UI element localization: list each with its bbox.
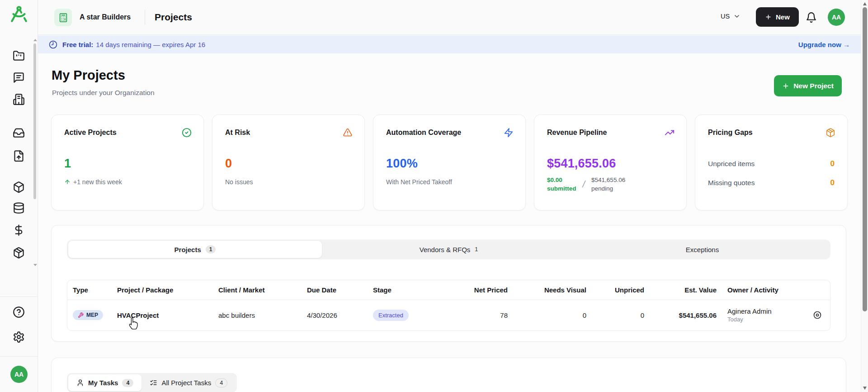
package-icon <box>826 128 835 138</box>
sidebar-item-company-icon[interactable] <box>13 93 25 105</box>
sidebar-item-pricing-icon[interactable] <box>13 224 25 236</box>
app-root: AA A star Builders Projects US New AA Fr… <box>0 0 868 392</box>
stat-subtext: +1 new this week <box>64 178 122 186</box>
projects-table: Type Project / Package Client / Market D… <box>67 280 830 331</box>
column-header: Owner / Activity <box>722 280 807 300</box>
scrollbar-thumb[interactable] <box>863 7 867 311</box>
sidebar-item-package-icon[interactable] <box>13 247 25 259</box>
tab-count-badge: 1 <box>475 246 478 253</box>
brand-logo-icon[interactable] <box>9 5 28 24</box>
scroll-down-icon[interactable] <box>863 387 867 390</box>
pricing-gap-row: Missing quotes 0 <box>708 178 835 187</box>
region-code: US <box>721 13 730 20</box>
pending-value: $541,655.06 <box>591 176 625 184</box>
sidebar-item-messages-icon[interactable] <box>13 72 25 84</box>
alert-triangle-icon <box>343 128 353 138</box>
projects-panel: Projects 1 Vendors & RFQs 1 Exceptions T… <box>51 225 846 342</box>
sidebar-item-help-icon[interactable] <box>13 306 25 318</box>
owner-activity: Today <box>727 316 802 324</box>
column-header: Project / Package <box>112 280 213 300</box>
column-header: Stage <box>368 280 452 300</box>
tab-my-tasks[interactable]: My Tasks 4 <box>68 374 142 391</box>
scroll-up-icon[interactable] <box>863 2 867 5</box>
column-header-actions <box>807 280 830 300</box>
tab-vendors-rfqs[interactable]: Vendors & RFQs 1 <box>322 241 576 258</box>
table-header-row: Type Project / Package Client / Market D… <box>67 280 830 300</box>
owner-name: Aginera Admin <box>727 307 802 316</box>
tab-count-badge: 4 <box>215 378 227 387</box>
stat-subtext-label: +1 new this week <box>73 178 122 186</box>
stage-cell: Extracted <box>368 300 452 330</box>
workspace-calculator-icon[interactable] <box>54 9 72 26</box>
upgrade-now-link[interactable]: Upgrade now → <box>798 41 850 48</box>
tab-label: Projects <box>175 246 201 253</box>
workspace-name[interactable]: A star Builders <box>80 13 131 21</box>
gap-label: Missing quotes <box>708 179 755 187</box>
column-header: Net Priced <box>452 280 513 300</box>
project-name-link[interactable]: HVACProject <box>112 300 213 330</box>
sidebar: AA <box>0 0 38 392</box>
owner-cell: Aginera Admin Today <box>722 300 807 330</box>
gap-value: 0 <box>830 159 835 168</box>
sidebar-divider <box>0 296 38 297</box>
stat-card-revenue-pipeline: Revenue Pipeline $541,655.06 $0.00 submi… <box>534 115 687 210</box>
client-cell: abc builders <box>213 300 302 330</box>
gap-value: 0 <box>830 178 835 187</box>
sidebar-item-takeoff-cube-icon[interactable] <box>13 181 25 193</box>
plus-icon <box>782 82 789 90</box>
region-selector[interactable]: US <box>721 13 741 20</box>
stage-badge: Extracted <box>373 310 409 321</box>
panel-tabbar: Projects 1 Vendors & RFQs 1 Exceptions <box>67 239 830 259</box>
page-scrollbar[interactable] <box>861 0 868 392</box>
submitted-value: $0.00 <box>547 176 576 184</box>
table-row[interactable]: MEP HVACProject abc builders 4/30/2026 E… <box>67 300 830 330</box>
sidebar-scrollbar-thumb[interactable] <box>33 43 36 199</box>
arrow-up-icon <box>64 179 71 185</box>
stat-value: 0 <box>225 157 232 171</box>
sidebar-item-settings-icon[interactable] <box>13 331 25 343</box>
stat-subtext: No issues <box>225 178 253 186</box>
new-project-button[interactable]: New Project <box>774 75 842 96</box>
type-badge: MEP <box>73 310 103 320</box>
tab-label: My Tasks <box>88 379 118 387</box>
pricing-gap-row: Unpriced items 0 <box>708 159 835 168</box>
column-header: Unpriced <box>592 280 650 300</box>
sidebar-item-file-upload-icon[interactable] <box>13 150 25 162</box>
column-header: Client / Market <box>213 280 302 300</box>
tab-exceptions[interactable]: Exceptions <box>576 241 829 258</box>
topbar: A star Builders Projects US New AA <box>38 0 861 35</box>
sidebar-scroll-up-icon[interactable] <box>33 39 37 41</box>
tasks-panel: My Tasks 4 All Project Tasks 4 <box>51 358 846 392</box>
trial-banner-message: 14 days remaining — expires Apr 16 <box>96 41 205 48</box>
sidebar-item-database-icon[interactable] <box>13 202 25 214</box>
check-circle-icon <box>182 128 192 138</box>
revenue-separator: / <box>583 179 585 190</box>
tab-projects[interactable]: Projects 1 <box>68 241 322 258</box>
sidebar-item-inbox-icon[interactable] <box>13 127 25 139</box>
pending-label: pending <box>591 184 625 193</box>
wrench-icon <box>78 312 84 318</box>
sidebar-item-projects-folder-icon[interactable] <box>13 50 25 62</box>
stat-title: Revenue Pipeline <box>547 129 607 137</box>
tab-all-project-tasks[interactable]: All Project Tasks 4 <box>142 374 236 391</box>
list-checks-icon <box>150 379 157 387</box>
trial-banner-label: Free trial: <box>62 41 93 48</box>
new-button[interactable]: New <box>756 7 799 27</box>
net-priced-cell: 78 <box>452 300 513 330</box>
plus-icon <box>765 14 772 20</box>
stat-card-automation-coverage: Automation Coverage 100% With Net Priced… <box>373 115 526 210</box>
topbar-user-avatar[interactable]: AA <box>828 9 845 26</box>
user-icon <box>76 379 84 387</box>
tab-label: Exceptions <box>686 246 719 253</box>
stat-value: 1 <box>64 157 71 171</box>
row-actions-cell <box>807 300 830 330</box>
type-cell: MEP <box>67 300 112 330</box>
sidebar-scroll-down-icon[interactable] <box>33 264 37 266</box>
revenue-breakdown: $0.00 submitted / $541,655.06 pending <box>547 176 625 193</box>
sidebar-user-avatar[interactable]: AA <box>10 366 28 383</box>
view-project-icon[interactable] <box>813 311 826 320</box>
stat-value: $541,655.06 <box>547 157 616 171</box>
stat-card-pricing-gaps: Pricing Gaps Unpriced items 0 Missing qu… <box>695 115 848 210</box>
notifications-bell-icon[interactable] <box>806 12 817 23</box>
stat-title: At Risk <box>225 129 250 137</box>
